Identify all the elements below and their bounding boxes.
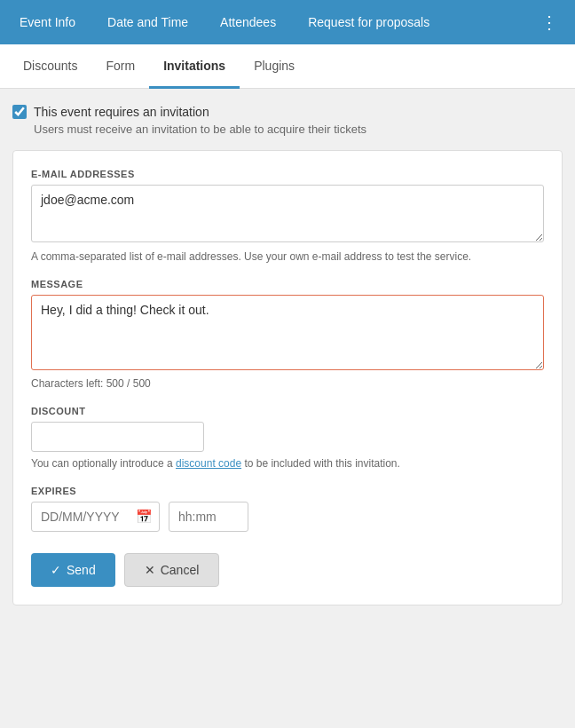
date-input[interactable] xyxy=(31,502,160,532)
send-button[interactable]: ✓ Send xyxy=(31,553,115,587)
expires-row: 📅 xyxy=(31,502,544,532)
cancel-button[interactable]: ✕ Cancel xyxy=(124,553,220,587)
email-hint: A comma-separated list of e-mail address… xyxy=(31,250,544,263)
discount-input[interactable] xyxy=(31,422,204,452)
tab-discounts[interactable]: Discounts xyxy=(9,44,91,89)
nav-date-time[interactable]: Date and Time xyxy=(91,0,204,44)
tab-invitations[interactable]: Invitations xyxy=(149,44,240,89)
discount-hint: You can optionally introduce a discount … xyxy=(31,457,544,470)
invitation-check-row: This event requires an invitation xyxy=(12,105,563,119)
discount-code-link[interactable]: discount code xyxy=(176,457,241,470)
email-textarea[interactable]: jdoe@acme.com xyxy=(31,185,544,242)
discount-label: DISCOUNT xyxy=(31,406,544,416)
expires-label: EXPIRES xyxy=(31,486,544,496)
button-row: ✓ Send ✕ Cancel xyxy=(31,553,544,587)
email-field-group: E-MAIL ADDRESSES jdoe@acme.com A comma-s… xyxy=(31,169,544,263)
invitation-title[interactable]: This event requires an invitation xyxy=(34,105,209,119)
sub-nav: Discounts Form Invitations Plugins xyxy=(0,44,575,89)
nav-attendees[interactable]: Attendees xyxy=(204,0,292,44)
cancel-label: Cancel xyxy=(161,563,200,577)
chars-left: Characters left: 500 / 500 xyxy=(31,377,544,390)
cancel-x-icon: ✕ xyxy=(145,563,155,577)
discount-hint-before: You can optionally introduce a xyxy=(31,457,176,470)
discount-field-group: DISCOUNT You can optionally introduce a … xyxy=(31,406,544,470)
invitation-check-section: This event requires an invitation Users … xyxy=(12,105,563,136)
nav-request-proposals[interactable]: Request for proposals xyxy=(292,0,445,44)
date-input-wrapper: 📅 xyxy=(31,502,160,532)
main-content: This event requires an invitation Users … xyxy=(0,89,575,621)
invitation-subtitle: Users must receive an invitation to be a… xyxy=(34,123,563,136)
invitation-checkbox[interactable] xyxy=(12,105,27,119)
expires-field-group: EXPIRES 📅 xyxy=(31,486,544,532)
send-label: Send xyxy=(67,563,96,577)
send-checkmark-icon: ✓ xyxy=(51,563,61,577)
message-textarea[interactable]: Hey, I did a thing! Check it out. xyxy=(31,295,544,370)
tab-form[interactable]: Form xyxy=(91,44,149,89)
message-field-group: MESSAGE Hey, I did a thing! Check it out… xyxy=(31,279,544,390)
discount-hint-after: to be included with this invitation. xyxy=(241,457,400,470)
form-card: E-MAIL ADDRESSES jdoe@acme.com A comma-s… xyxy=(12,150,563,605)
tab-plugins[interactable]: Plugins xyxy=(240,44,309,89)
more-menu-button[interactable]: ⋮ xyxy=(528,0,571,44)
time-input[interactable] xyxy=(169,502,248,532)
top-nav: Event Info Date and Time Attendees Reque… xyxy=(0,0,575,44)
message-label: MESSAGE xyxy=(31,279,544,289)
email-label: E-MAIL ADDRESSES xyxy=(31,169,544,179)
nav-event-info[interactable]: Event Info xyxy=(4,0,91,44)
